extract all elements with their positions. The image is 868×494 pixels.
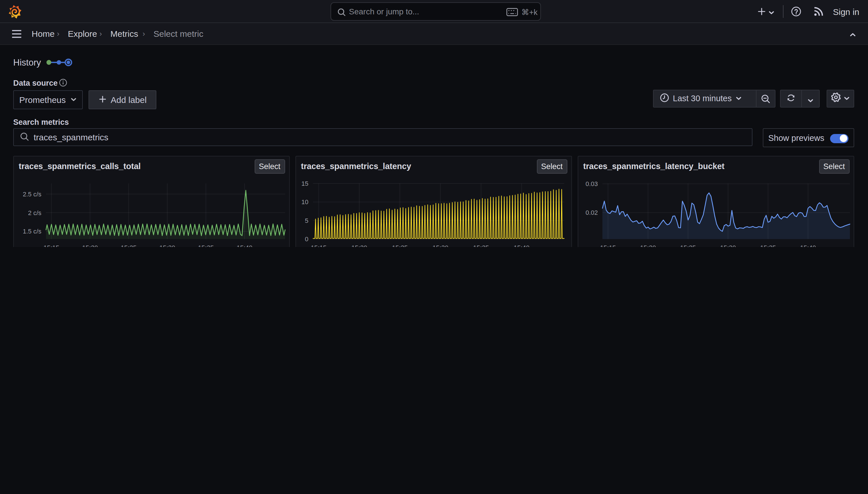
svg-text:15:15: 15:15 bbox=[310, 244, 326, 247]
svg-text:0.03: 0.03 bbox=[585, 180, 597, 188]
svg-text:0: 0 bbox=[305, 235, 308, 243]
svg-text:15:20: 15:20 bbox=[82, 244, 98, 247]
svg-text:15:35: 15:35 bbox=[198, 244, 214, 247]
svg-text:15: 15 bbox=[301, 180, 308, 187]
svg-text:2 c/s: 2 c/s bbox=[28, 209, 41, 216]
svg-text:15:15: 15:15 bbox=[43, 244, 59, 247]
svg-text:15:40: 15:40 bbox=[800, 244, 816, 247]
svg-text:10: 10 bbox=[301, 198, 308, 206]
svg-text:15:40: 15:40 bbox=[513, 244, 529, 247]
svg-text:15:30: 15:30 bbox=[159, 244, 175, 247]
svg-text:2.5 c/s: 2.5 c/s bbox=[22, 191, 41, 198]
svg-text:15:30: 15:30 bbox=[720, 244, 735, 247]
svg-text:15:40: 15:40 bbox=[236, 244, 252, 247]
svg-text:15:20: 15:20 bbox=[640, 244, 656, 247]
svg-text:15:30: 15:30 bbox=[432, 244, 448, 247]
svg-text:15:15: 15:15 bbox=[600, 244, 616, 247]
svg-text:15:25: 15:25 bbox=[680, 244, 695, 247]
svg-text:15:35: 15:35 bbox=[473, 244, 489, 247]
svg-text:15:35: 15:35 bbox=[760, 244, 776, 247]
svg-text:1.5 c/s: 1.5 c/s bbox=[22, 228, 41, 235]
svg-text:15:25: 15:25 bbox=[392, 244, 408, 247]
svg-text:15:20: 15:20 bbox=[351, 244, 367, 247]
svg-text:5: 5 bbox=[305, 217, 308, 224]
svg-text:15:25: 15:25 bbox=[120, 244, 136, 247]
svg-text:0.02: 0.02 bbox=[585, 209, 597, 216]
